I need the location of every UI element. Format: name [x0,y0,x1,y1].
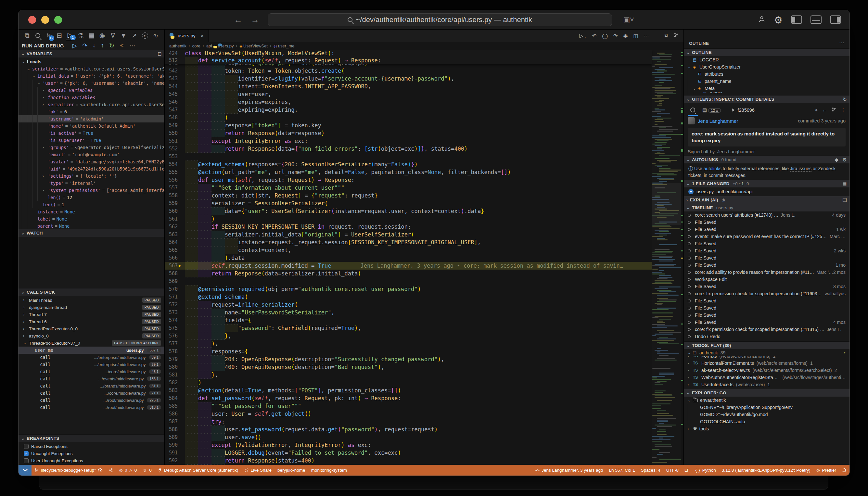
timeline-item[interactable]: File Saved4 mos [684,319,850,326]
disconnect-icon[interactable] [118,43,125,48]
timeline-item[interactable]: Undo / Redo [684,333,850,340]
close-window-button[interactable] [28,16,36,24]
open-changes-icon[interactable]: ⧉ [665,33,668,38]
timeline-item[interactable]: events: make sure password set event has… [684,233,850,240]
code-line[interactable]: 547 expiring=expiring, [165,106,652,114]
code-line[interactable]: 575 "password": CharField(required=True)… [165,324,652,332]
code-line[interactable]: 585 """Set password for user""" [165,402,652,410]
code-line[interactable]: 544 intent=TokenIntents.INTENT_APP_PASSW… [165,82,652,90]
activity-extensions-icon[interactable]: ▦ [88,31,96,40]
call-stack-frame[interactable]: __call__.../root/middleware.py318:1 [18,404,165,411]
explorer-row[interactable]: GOENV=~/Library/Application Support/go/e… [684,404,850,411]
file-changed-section-header[interactable]: ⌄ 1 FILE CHANGED +0 ~1 -0 ≣ [684,180,850,187]
run-icon[interactable]: ▷⌄ [579,33,587,39]
variable-row[interactable]: 'avatar'='data:image/svg+xml;base64,PHN2… [18,158,165,165]
code-line[interactable]: 576 }, [165,332,652,340]
explorer-row[interactable]: ›⚒tools [684,425,850,432]
breadcrumb-item[interactable]: authentik [169,44,186,48]
code-line[interactable]: 512 def service_account(self, request: R… [165,57,652,64]
code-line[interactable]: 570 @permission_required(obj_perm="authe… [165,285,652,293]
code-line[interactable]: 566 ).data [165,254,652,262]
twisty-icon[interactable]: ⌄ [32,74,37,78]
variable-row[interactable]: ⌄Locals [18,58,165,65]
twisty-icon[interactable]: › [43,174,48,178]
timeline-item[interactable]: File Saved [684,304,850,311]
status-ports[interactable]: 0 [140,465,155,476]
autolinks-link[interactable]: autolinks [703,166,722,171]
breakpoint-checkbox[interactable] [24,458,29,463]
todo-file-row[interactable]: ›TSWebAuthnAuthenticatorRegisterStage.ts… [684,374,850,381]
code-line[interactable]: 541 response["group_pk"] = str(object=gr… [165,64,652,67]
outline-item[interactable]: ⌄◈Meta [684,85,850,92]
toggle-primary-sidebar-icon[interactable] [791,16,802,24]
variable-row[interactable]: ›'groups'=<generator object UserSelfSeri… [18,144,165,151]
variable-row[interactable]: len()=12 [18,194,165,201]
todo-file-row[interactable]: ›TSForm.ts(web/src/elements/forms)1 [684,356,850,360]
code-line[interactable]: 545 user=user, [165,90,652,98]
code-line[interactable]: 561 ) [165,215,652,223]
activity-filter-icon[interactable]: ∇ [108,31,117,40]
jira-issues-link[interactable]: Jira issues [790,166,811,171]
breakpoint-row[interactable]: User Uncaught Exceptions [18,457,165,464]
code-line[interactable]: 552 return Response(data={"non_field_err… [165,145,652,153]
step-out-icon[interactable]: ↑ [101,42,104,49]
status-indentation[interactable]: Spaces: 4 [638,465,663,476]
status-language[interactable]: { }Python [693,465,719,476]
code-line[interactable]: 548 ) [165,114,652,122]
variable-row[interactable]: 'name'='authentik Default Admin' [18,122,165,129]
code-line[interactable]: 558 context: dict[str, Request] = {"requ… [165,192,652,199]
autolinks-section-header[interactable]: ⌄ AUTOLINKS 0 found ◆⚙ [684,156,850,164]
kebab-menu-icon[interactable]: ⋮ [841,107,846,113]
more-actions-icon[interactable]: ⋯ [839,40,844,46]
code-editor[interactable]: 424class UserViewSet(UsedByMixin, ModelV… [165,50,683,465]
code-line[interactable]: 578 responses={ [165,347,652,355]
code-line[interactable]: 582 ) [165,379,652,387]
twisty-icon[interactable]: ⌄ [37,81,43,86]
variable-row[interactable]: 'type'='internal' [18,180,165,187]
code-line[interactable]: 560 data={"user": UserSelfSerializer(ins… [165,207,652,215]
command-center-search[interactable]: ~/dev/authentik/authentik/core/api/users… [268,13,612,26]
timeline-item[interactable]: File Saved [684,240,850,247]
explorer-go-section-header[interactable]: ⌄ EXPLORER: GO [684,389,850,397]
twisty-icon[interactable]: › [688,361,693,365]
timeline-item[interactable]: File Saved [684,254,850,262]
gitlens-files-icon[interactable]: ▤12 ± [702,107,721,113]
back-icon[interactable]: ← [822,107,827,113]
variable-row[interactable]: ⌄serializer=<authentik.core.api.users.Se… [18,65,165,73]
status-kube-context[interactable]: beryjuio-home [275,465,308,476]
call-stack-thread[interactable]: ›Thread-6PAUSED [18,318,165,325]
split-editor-icon[interactable]: ◫ [633,33,638,39]
minimize-window-button[interactable] [41,16,49,24]
graph-icon[interactable] [832,107,836,113]
code-line[interactable]: 574 fields={ [165,316,652,324]
timeline-item[interactable]: File Saved3 mos [684,283,850,290]
minimap[interactable] [652,50,681,465]
gitlens-graph-icon[interactable] [674,33,678,38]
variable-row[interactable]: instance=None [18,208,165,215]
timeline-item[interactable]: File Saved1 wk [684,226,850,233]
explorer-row[interactable]: ⌄envauthentik [684,397,850,404]
status-debug-status[interactable]: Debug: Attach Server Core (authentik) [155,465,242,476]
twisty-icon[interactable]: › [688,368,693,372]
status-notifications[interactable] [839,465,850,476]
copy-value-icon[interactable]: ⊟ [157,51,162,57]
variable-row[interactable]: 'is_active'=True [18,129,165,137]
twisty-icon[interactable]: › [23,326,29,331]
breakpoint-row[interactable]: Raised Exceptions [18,443,165,450]
gitlens-inspect-tab[interactable] [688,104,698,116]
code-line[interactable]: 542 token: Token = Token.objects.create( [165,67,652,75]
code-line[interactable]: 577 ), [165,340,652,347]
twisty-icon[interactable]: ⌄ [688,398,693,402]
gitlens-section-header[interactable]: ⌄ GITLENS: INSPECT: COMMIT DETAILS ↻ [684,95,850,103]
watch-section-header[interactable]: ⌄ WATCH [18,229,165,237]
variable-row[interactable]: 'uid'='49d24724dfa590a20fb5961e9c6673cd1… [18,165,165,172]
code-line[interactable]: 551 except IntegrityError as exc: [165,137,652,145]
record-icon[interactable]: ◯ [602,33,608,39]
code-line[interactable]: 587 try: [165,418,652,425]
twisty-icon[interactable]: ⌄ [27,66,32,71]
breakpoint-checkbox[interactable] [24,444,29,449]
step-back-icon[interactable]: ↶ [592,33,596,39]
code-line[interactable]: 546 expires=expires, [165,98,652,106]
breadcrumb-item[interactable]: ◈ UserViewSet [240,44,268,48]
changed-file-row[interactable]: ± users.py authentik/core/api [684,187,850,196]
